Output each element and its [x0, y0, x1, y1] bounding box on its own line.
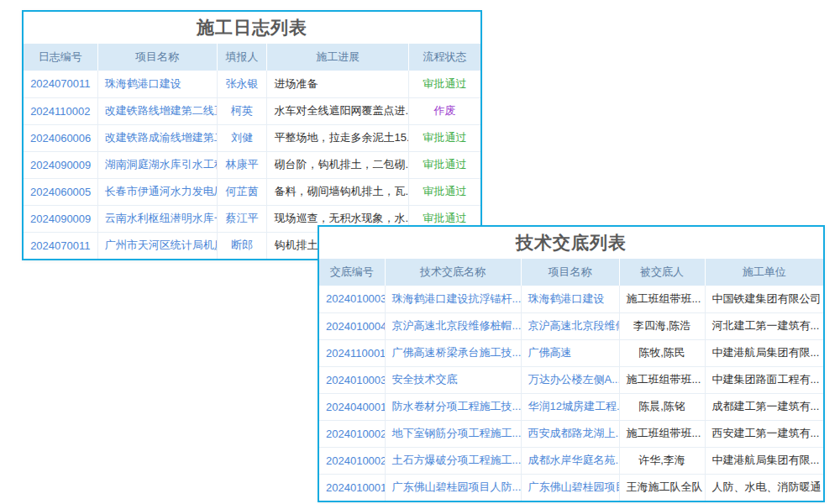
workflow-status: 审批通过 [409, 151, 480, 178]
progress: 进场准备 [267, 71, 409, 97]
reporter[interactable]: 林康平 [217, 151, 267, 178]
header-row: 交底编号技术交底名称项目名称被交底人施工单位 [319, 259, 823, 286]
column-header-reporter: 填报人 [217, 44, 267, 71]
reporter[interactable]: 张永银 [217, 71, 267, 97]
project-name[interactable]: 珠海鹤港口建设 [97, 71, 217, 97]
log-row: 2024070011珠海鹤港口建设张永银进场准备审批通过 [24, 71, 480, 97]
column-header-progress: 施工进展 [267, 44, 409, 71]
disclosure-name[interactable]: 防水卷材分项工程施工技... [385, 393, 521, 420]
column-header-construction-unit: 施工单位 [705, 259, 823, 286]
column-header-project-name: 项目名称 [97, 44, 217, 71]
log-id[interactable]: 2024070011 [24, 232, 97, 259]
disclosure-name[interactable]: 广东佛山碧桂园项目人防... [385, 474, 521, 501]
column-header-workflow-status: 流程状态 [409, 44, 480, 71]
disclosure-id[interactable]: 2024010004 [319, 312, 385, 339]
progress: 水车对全线遮阳网覆盖点进... [267, 97, 409, 124]
construction-unit: 人防、水电、消防暖通 [705, 474, 823, 501]
disclosure-name[interactable]: 广佛高速桥梁承台施工技... [385, 339, 521, 366]
disclosure-row: 2024010002土石方爆破分项工程施工...成都水岸华庭名苑...许华,李海… [319, 447, 823, 474]
project-name[interactable]: 珠海鹤港口建设 [521, 286, 619, 312]
disclosure-row: 2024040001防水卷材分项工程施工技...华润12城房建工程...陈晨,陈… [319, 393, 823, 420]
disclosure-row: 2024010002地下室钢筋分项工程施工...西安成都路龙湖上...施工班组带… [319, 420, 823, 447]
reporter[interactable]: 断郎 [217, 232, 267, 259]
receiver: 许华,李海 [619, 447, 705, 474]
project-name[interactable]: 广东佛山碧桂园项目 [521, 474, 619, 501]
construction-unit: 中建港航局集团有限... [705, 447, 823, 474]
log-id[interactable]: 2024110002 [24, 97, 97, 124]
project-name[interactable]: 华润12城房建工程... [521, 393, 619, 420]
column-header-disclosure-name: 技术交底名称 [385, 259, 521, 286]
workflow-status: 审批通过 [409, 178, 480, 205]
reporter[interactable]: 柯英 [217, 97, 267, 124]
disclosure-id[interactable]: 2024010003 [319, 366, 385, 393]
construction-unit: 中建港航局集团有限... [705, 339, 823, 366]
project-name[interactable]: 改建铁路成渝线增建第二... [97, 124, 217, 151]
disclosure-id[interactable]: 2024040001 [319, 393, 385, 420]
disclosure-name[interactable]: 京沪高速北京段维修桩帽... [385, 312, 521, 339]
technical-disclosure-table: 交底编号技术交底名称项目名称被交底人施工单位2024010003珠海鹤港口建设抗… [319, 259, 823, 501]
disclosure-row: 2024010003珠海鹤港口建设抗浮锚杆...珠海鹤港口建设施工班组带班...… [319, 286, 823, 312]
workflow-status: 作废 [409, 97, 480, 124]
log-id[interactable]: 2024090009 [24, 205, 97, 232]
disclosure-name[interactable]: 土石方爆破分项工程施工... [385, 447, 521, 474]
receiver: 陈牧,陈民 [619, 339, 705, 366]
progress: 砌台阶，钩机排土，二包砌... [267, 151, 409, 178]
receiver: 陈晨,陈铭 [619, 393, 705, 420]
project-name[interactable]: 云南水利枢纽潜明水库一... [97, 205, 217, 232]
receiver: 施工班组带班... [619, 286, 705, 312]
project-name[interactable]: 广佛高速 [521, 339, 619, 366]
project-name[interactable]: 万达办公楼左侧A... [521, 366, 619, 393]
column-header-receiver: 被交底人 [619, 259, 705, 286]
disclosure-name[interactable]: 安全技术交底 [385, 366, 521, 393]
construction-unit: 中建集团路面工程有... [705, 366, 823, 393]
disclosure-row: 2024010001广东佛山碧桂园项目人防...广东佛山碧桂园项目王海施工队全队… [319, 474, 823, 501]
disclosure-id[interactable]: 2024010001 [319, 474, 385, 501]
project-name[interactable]: 成都水岸华庭名苑... [521, 447, 619, 474]
reporter[interactable]: 何芷茵 [217, 178, 267, 205]
disclosure-row: 2024010003安全技术交底万达办公楼左侧A...施工班组带班...中建集团… [319, 366, 823, 393]
construction-log-title: 施工日志列表 [24, 12, 480, 44]
log-id[interactable]: 2024060005 [24, 178, 97, 205]
project-name[interactable]: 改建铁路线增建第二线直... [97, 97, 217, 124]
workflow-status: 审批通过 [409, 124, 480, 151]
project-name[interactable]: 京沪高速北京段维修 [521, 312, 619, 339]
technical-disclosure-panel: 技术交底列表 交底编号技术交底名称项目名称被交底人施工单位2024010003珠… [318, 225, 825, 502]
receiver: 王海施工队全队 [619, 474, 705, 501]
construction-unit: 河北建工第一建筑有... [705, 312, 823, 339]
disclosure-row: 2024110001广佛高速桥梁承台施工技...广佛高速陈牧,陈民中建港航局集团… [319, 339, 823, 366]
receiver: 施工班组带班... [619, 420, 705, 447]
disclosure-id[interactable]: 2024010003 [319, 286, 385, 312]
disclosure-name[interactable]: 珠海鹤港口建设抗浮锚杆... [385, 286, 521, 312]
technical-disclosure-title: 技术交底列表 [319, 227, 823, 259]
construction-unit: 成都建工第一建筑有... [705, 393, 823, 420]
project-name[interactable]: 广州市天河区统计局机房... [97, 232, 217, 259]
progress: 备料，砌间墙钩机排土，瓦... [267, 178, 409, 205]
log-id[interactable]: 2024070011 [24, 71, 97, 97]
workflow-status: 审批通过 [409, 71, 480, 97]
receiver: 李四海,陈浩 [619, 312, 705, 339]
log-id[interactable]: 2024060006 [24, 124, 97, 151]
header-row: 日志编号项目名称填报人施工进展流程状态 [24, 44, 480, 71]
receiver: 施工班组带班... [619, 366, 705, 393]
disclosure-name[interactable]: 地下室钢筋分项工程施工... [385, 420, 521, 447]
reporter[interactable]: 蔡江平 [217, 205, 267, 232]
column-header-disclosure-id: 交底编号 [319, 259, 385, 286]
log-id[interactable]: 2024090009 [24, 151, 97, 178]
column-header-log-id: 日志编号 [24, 44, 97, 71]
progress: 平整场地，拉走多余泥土15... [267, 124, 409, 151]
column-header-project-name: 项目名称 [521, 259, 619, 286]
log-row: 2024060006改建铁路成渝线增建第二...刘健平整场地，拉走多余泥土15.… [24, 124, 480, 151]
log-row: 2024090009湖南洞庭湖水库引水工程...林康平砌台阶，钩机排土，二包砌.… [24, 151, 480, 178]
log-row: 2024110002改建铁路线增建第二线直...柯英水车对全线遮阳网覆盖点进..… [24, 97, 480, 124]
disclosure-id[interactable]: 2024110001 [319, 339, 385, 366]
disclosure-id[interactable]: 2024010002 [319, 420, 385, 447]
construction-unit: 中国铁建集团有限公司 [705, 286, 823, 312]
reporter[interactable]: 刘健 [217, 124, 267, 151]
construction-unit: 西安建工第一建筑有... [705, 420, 823, 447]
disclosure-id[interactable]: 2024010002 [319, 447, 385, 474]
log-row: 2024060005长春市伊通河水力发电厂...何芷茵备料，砌间墙钩机排土，瓦.… [24, 178, 480, 205]
project-name[interactable]: 长春市伊通河水力发电厂... [97, 178, 217, 205]
project-name[interactable]: 湖南洞庭湖水库引水工程... [97, 151, 217, 178]
project-name[interactable]: 西安成都路龙湖上... [521, 420, 619, 447]
disclosure-row: 2024010004京沪高速北京段维修桩帽...京沪高速北京段维修李四海,陈浩河… [319, 312, 823, 339]
